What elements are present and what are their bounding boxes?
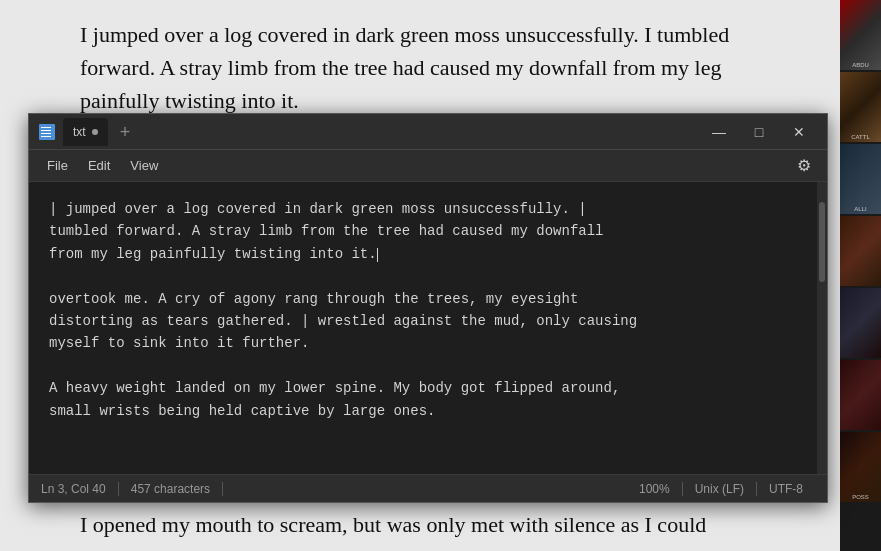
add-tab-button[interactable]: + (120, 123, 131, 141)
thumbnail-6[interactable] (840, 360, 881, 430)
minimize-button[interactable]: — (699, 116, 739, 148)
editor-content[interactable]: | jumped over a log covered in dark gree… (29, 182, 817, 474)
vertical-scrollbar[interactable] (817, 182, 827, 474)
cursor-position: Ln 3, Col 40 (41, 482, 119, 496)
title-bar: txt + — □ ✕ (29, 114, 827, 150)
maximize-button[interactable]: □ (739, 116, 779, 148)
status-bar: Ln 3, Col 40 457 characters 100% Unix (L… (29, 474, 827, 502)
app-icon (37, 122, 57, 142)
editor-line-5: overtook me. A cry of agony rang through… (49, 291, 578, 307)
encoding: UTF-8 (757, 482, 815, 496)
thumbnail-7[interactable]: POSS (840, 432, 881, 502)
menu-file[interactable]: File (37, 154, 78, 177)
thumbnail-1[interactable]: ABDU (840, 0, 881, 70)
unsaved-dot (92, 129, 98, 135)
editor-line-10: small wrists being held captive by large… (49, 403, 435, 419)
notepad-icon (39, 124, 55, 140)
character-count: 457 characters (119, 482, 223, 496)
editor-line-1: | jumped over a log covered in dark gree… (49, 201, 587, 217)
close-button[interactable]: ✕ (779, 116, 819, 148)
scrollbar-thumb[interactable] (819, 202, 825, 282)
editor-line-6: distorting as tears gathered. | wrestled… (49, 313, 637, 329)
menu-view[interactable]: View (120, 154, 168, 177)
gear-icon: ⚙ (797, 156, 811, 175)
zoom-level: 100% (627, 482, 683, 496)
text-cursor (377, 248, 378, 262)
thumbnail-3[interactable]: ALLI (840, 144, 881, 214)
window-controls: — □ ✕ (699, 116, 819, 148)
active-tab[interactable]: txt (63, 118, 108, 146)
notepad-window: txt + — □ ✕ File Edit View ⚙ | jumped ov… (28, 113, 828, 503)
editor-line-3: from my leg painfully twisting into it. (49, 246, 377, 262)
thumbnail-2[interactable]: CATTL (840, 72, 881, 142)
menu-edit[interactable]: Edit (78, 154, 120, 177)
title-bar-left: txt + (37, 118, 699, 146)
editor-line-2: tumbled forward. A stray limb from the t… (49, 223, 604, 239)
menu-bar: File Edit View ⚙ (29, 150, 827, 182)
editor-area: | jumped over a log covered in dark gree… (29, 182, 827, 474)
thumbnail-5[interactable] (840, 288, 881, 358)
settings-button[interactable]: ⚙ (789, 151, 819, 181)
editor-line-9: A heavy weight landed on my lower spine.… (49, 380, 620, 396)
editor-line-7: myself to sink into it further. (49, 335, 309, 351)
background-text-bottom: I opened my mouth to scream, but was onl… (0, 508, 840, 551)
line-ending: Unix (LF) (683, 482, 757, 496)
tab-label: txt (73, 125, 86, 139)
right-sidebar: ABDU CATTL ALLI POSS (840, 0, 881, 551)
background-text-top: I jumped over a log covered in dark gree… (0, 0, 840, 117)
thumbnail-4[interactable] (840, 216, 881, 286)
